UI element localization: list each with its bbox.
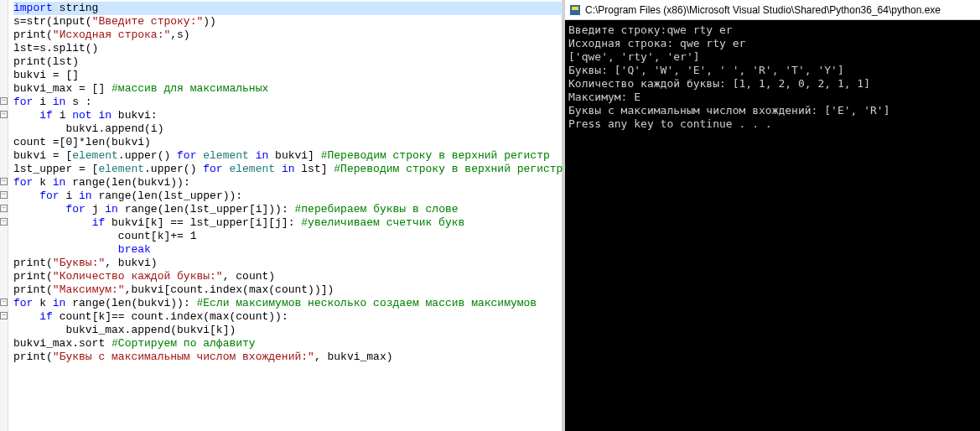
fold-toggle[interactable]: − — [0, 309, 8, 322]
code-line[interactable]: s=str(input("Введите строку:")) — [13, 15, 563, 29]
code-line[interactable]: for k in range(len(bukvi)): — [13, 176, 563, 190]
code-line[interactable]: bukvi_max.sort #Сортируем по алфавиту — [13, 337, 563, 351]
token-kw: for — [13, 297, 33, 309]
code-line[interactable]: import string — [13, 2, 563, 15]
token-fn: print — [13, 283, 46, 296]
fold-toggle[interactable]: − — [0, 295, 8, 309]
fold-toggle — [0, 322, 8, 335]
fold-toggle[interactable]: − — [0, 94, 8, 107]
fold-toggle[interactable]: − — [0, 215, 8, 228]
token-op: bukvi.append(i) — [13, 122, 163, 135]
code-line[interactable]: lst_upper = [element.upper() for element… — [13, 163, 563, 176]
token-cm: #перебираем буквы в слове — [295, 203, 459, 216]
fold-toggle — [0, 0, 8, 13]
token-fn: print — [13, 257, 46, 269]
code-line[interactable]: for j in range(len(lst_upper[i])): #пере… — [13, 203, 563, 216]
code-line[interactable]: break — [13, 243, 563, 257]
fold-toggle[interactable]: − — [0, 188, 8, 201]
token-fn: print — [13, 29, 46, 41]
code-editor[interactable]: −−−−−−−− import strings=str(input("Введи… — [0, 0, 562, 431]
token-kw: in — [53, 297, 66, 309]
code-line[interactable]: lst=s.split() — [13, 42, 563, 55]
token-op: count[k]+= 1 — [13, 230, 196, 242]
token-op: ( — [46, 351, 53, 363]
token-op: (lst_upper)): — [158, 190, 242, 202]
token-str: "Введите строку:" — [92, 15, 204, 28]
code-line[interactable]: count[k]+= 1 — [13, 230, 563, 243]
token-op: j — [86, 203, 105, 216]
token-op: (bukvi) — [105, 136, 151, 148]
token-str: "Исходная строка:" — [53, 29, 170, 41]
code-line[interactable]: bukvi = [] — [13, 69, 563, 82]
token-op: )) — [203, 15, 216, 28]
code-line[interactable]: print("Буквы:", bukvi) — [13, 257, 563, 270]
token-fn: len — [163, 203, 183, 216]
code-line[interactable]: if i not in bukvi: — [13, 109, 563, 122]
token-kw: for — [39, 190, 59, 202]
token-fn: len — [137, 190, 157, 202]
console-output[interactable]: Введите строку:qwe rty er Исходная строк… — [565, 20, 980, 431]
token-op: ,s) — [170, 29, 189, 41]
token-op: string — [53, 2, 99, 14]
code-line[interactable]: bukvi_max = [] #массив для максимальных — [13, 82, 563, 96]
fold-toggle — [0, 27, 8, 40]
code-line[interactable]: print("Буквы с максимальным числом вхожд… — [13, 351, 563, 364]
code-line[interactable]: count =[0]*len(bukvi) — [13, 136, 563, 149]
token-fn: print — [13, 270, 46, 283]
code-line[interactable]: for i in s : — [13, 96, 563, 109]
fold-toggle[interactable]: − — [0, 174, 8, 188]
code-line[interactable]: print("Количество каждой буквы:", count) — [13, 270, 563, 283]
token-kw: in — [79, 190, 92, 202]
token-kw: for — [177, 149, 196, 162]
token-op: (lst_upper[i])): — [184, 203, 295, 216]
code-line[interactable]: bukvi = [element.upper() for element in … — [13, 149, 563, 163]
token-op: bukvi_max = [] — [13, 82, 111, 95]
token-op: , bukvi_max) — [314, 351, 393, 363]
token-cm: #Сортируем по алфавиту — [111, 337, 256, 350]
code-line[interactable]: for i in range(len(lst_upper)): — [13, 190, 563, 203]
code-line[interactable]: print("Исходная строка:",s) — [13, 29, 563, 42]
code-line[interactable]: print("Максимум:",bukvi[count.index(max(… — [13, 283, 563, 297]
token-fn: range — [72, 176, 105, 189]
fold-toggle — [0, 349, 8, 362]
token-op: bukvi] — [268, 149, 320, 162]
token-op: bukvi_max.sort — [13, 337, 111, 350]
token-op: (bukvi)): — [131, 297, 196, 309]
token-str: "Буквы с максимальным числом вхождений:" — [53, 351, 314, 363]
code-line[interactable]: print(lst) — [13, 55, 563, 69]
token-op: ,bukvi[count.index( — [125, 283, 249, 296]
code-line[interactable]: bukvi_max.append(bukvi[k]) — [13, 324, 563, 337]
token-id: element — [229, 163, 275, 175]
token-fn: len — [111, 297, 131, 309]
token-cm: #Если максимумов несколько создаем масси… — [196, 297, 537, 309]
fold-toggle — [0, 148, 8, 161]
code-line[interactable]: if bukvi[k] == lst_upper[i][j]: #увеличи… — [13, 216, 563, 230]
token-op: count =[0]* — [13, 136, 86, 148]
token-kw: import — [13, 2, 53, 14]
token-op: (count))]) — [268, 283, 334, 296]
token-kw: for — [13, 96, 33, 108]
code-line[interactable]: bukvi.append(i) — [13, 122, 563, 136]
token-kw: in — [105, 203, 118, 216]
token-op: , bukvi) — [105, 257, 157, 269]
token-op: bukvi[k] == lst_upper[i][j]: — [105, 216, 301, 229]
fold-toggle[interactable]: − — [0, 201, 8, 215]
token-kw: in — [53, 96, 66, 108]
fold-gutter: −−−−−−−− — [0, 0, 8, 431]
fold-toggle[interactable]: − — [0, 107, 8, 121]
code-line[interactable]: for k in range(len(bukvi)): #Если максим… — [13, 297, 563, 310]
token-op — [118, 203, 125, 216]
token-kw: for — [13, 176, 33, 189]
token-op: ( — [86, 15, 92, 28]
code-area[interactable]: import strings=str(input("Введите строку… — [8, 0, 563, 431]
token-op — [13, 310, 39, 323]
fold-toggle — [0, 161, 8, 174]
token-kw: if — [39, 310, 53, 323]
token-op: .upper() — [144, 163, 203, 175]
code-line[interactable]: if count[k]== count.index(max(count)): — [13, 310, 563, 324]
token-op: ( — [46, 257, 53, 269]
fold-toggle — [0, 268, 8, 282]
token-op: i — [33, 96, 52, 108]
console-titlebar[interactable]: C:\Program Files (x86)\Microsoft Visual … — [565, 0, 980, 20]
fold-toggle — [0, 335, 8, 349]
